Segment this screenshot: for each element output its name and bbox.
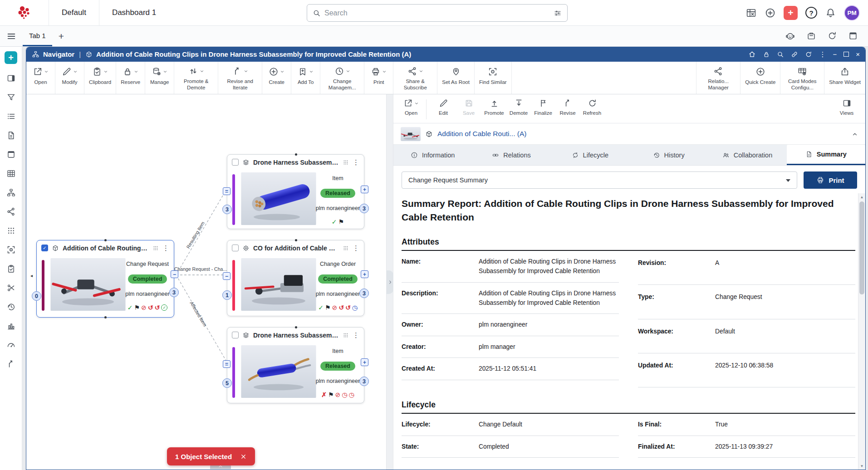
reserve-button[interactable]: Reserve xyxy=(116,62,145,94)
close-icon[interactable]: × xyxy=(856,51,860,58)
table-export-icon[interactable] xyxy=(745,7,757,19)
panel-splitter[interactable] xyxy=(386,94,393,470)
card-menu-kebab-icon[interactable] xyxy=(353,332,359,338)
home-icon[interactable] xyxy=(748,50,756,58)
quick-add-button[interactable] xyxy=(784,6,798,20)
related-count-badge[interactable]: 3 xyxy=(359,204,369,213)
print-report-button[interactable]: Print xyxy=(804,171,857,189)
related-count-badge[interactable]: 3 xyxy=(222,205,232,214)
report-scrollbar[interactable] xyxy=(858,193,865,470)
sidebar-target-icon[interactable] xyxy=(0,240,22,259)
hamburger-menu-icon[interactable] xyxy=(0,31,23,41)
sidebar-list-icon[interactable] xyxy=(0,107,22,126)
drag-grid-icon[interactable] xyxy=(152,245,159,251)
navigator-titlebar[interactable]: Navigator | Addition of Cable Routing Cl… xyxy=(26,47,865,62)
workspace-menu[interactable]: Default xyxy=(49,0,99,25)
archive-icon[interactable] xyxy=(806,31,816,41)
search-input[interactable] xyxy=(324,9,550,17)
item-promote-button[interactable]: Promote xyxy=(484,98,505,116)
search-filter-icon[interactable] xyxy=(554,9,562,17)
minimize-icon[interactable]: − xyxy=(833,51,837,58)
sidebar-filter-icon[interactable] xyxy=(0,88,22,107)
collapse-connector[interactable]: − xyxy=(223,272,230,280)
card-menu-kebab-icon[interactable] xyxy=(353,245,359,251)
related-count-badge[interactable]: 0 xyxy=(32,291,41,301)
sidebar-history-icon[interactable] xyxy=(0,297,22,316)
node-card-change-request-selected[interactable]: Addition of Cable Routing Clips i... (A)… xyxy=(36,240,174,318)
add-widget-button[interactable] xyxy=(5,51,17,64)
sidebar-table-icon[interactable] xyxy=(0,164,22,183)
collapse-header-icon[interactable] xyxy=(852,130,858,138)
sidebar-hierarchy-icon[interactable] xyxy=(0,183,22,202)
item-open-button[interactable]: Open xyxy=(401,98,422,116)
sidebar-nodes-icon[interactable] xyxy=(0,202,22,221)
report-type-select[interactable]: Change Request Summary xyxy=(402,171,797,189)
card-menu-kebab-icon[interactable] xyxy=(353,159,359,166)
sidebar-document-icon[interactable] xyxy=(0,126,22,145)
help-icon[interactable] xyxy=(805,7,817,19)
tab-lifecycle[interactable]: Lifecycle xyxy=(551,145,629,165)
global-search[interactable] xyxy=(307,4,568,22)
card-checkbox[interactable] xyxy=(232,245,239,251)
card-checkbox[interactable] xyxy=(232,332,239,338)
clipboard-button[interactable]: Clipboard xyxy=(84,62,116,94)
card-menu-kebab-icon[interactable] xyxy=(162,245,169,251)
related-count-badge[interactable]: 3 xyxy=(169,288,179,297)
window-icon[interactable] xyxy=(848,31,858,41)
print-button[interactable]: Print xyxy=(364,62,393,94)
drag-grid-icon[interactable] xyxy=(343,245,349,251)
drag-grid-icon[interactable] xyxy=(343,332,349,338)
collapse-connector[interactable]: = xyxy=(223,360,230,368)
sidebar-kanban-icon[interactable] xyxy=(0,221,22,240)
scroll-down-arrow[interactable] xyxy=(858,462,865,470)
item-title-link[interactable]: Addition of Cable Routi... (A) xyxy=(437,130,526,138)
card-modes-config-button[interactable]: Card Modes Configu... xyxy=(780,62,824,94)
sidebar-panel-icon[interactable] xyxy=(0,69,22,88)
expand-connector[interactable]: + xyxy=(361,358,368,366)
expand-connector[interactable]: + xyxy=(361,186,368,193)
collapse-connector[interactable]: = xyxy=(223,187,230,195)
collapse-panel-handle[interactable] xyxy=(387,270,393,294)
item-demote-button[interactable]: Demote xyxy=(508,98,529,116)
node-card-drone-harness-b[interactable]: Drone Harness Subassembly (B) Item Relea… xyxy=(227,154,364,229)
sidebar-gauge-icon[interactable] xyxy=(0,335,22,354)
revise-iterate-button[interactable]: Revise and Iterate xyxy=(218,62,262,94)
sidebar-clipboard-icon[interactable] xyxy=(0,259,22,278)
tab-summary[interactable]: Summary xyxy=(787,145,865,165)
add-tab-button[interactable]: + xyxy=(52,31,70,42)
scrollbar-thumb[interactable] xyxy=(859,201,864,294)
sidebar-flow-icon[interactable] xyxy=(0,354,22,373)
related-count-badge[interactable]: 1 xyxy=(222,290,232,300)
tab-information[interactable]: Information xyxy=(393,145,472,165)
toast-close-icon[interactable] xyxy=(240,453,247,460)
share-widget-button[interactable]: Share Widget xyxy=(824,62,865,94)
open-button[interactable]: Open xyxy=(26,62,55,94)
add-circle-icon[interactable] xyxy=(765,7,776,19)
assistant-robot-icon[interactable] xyxy=(785,31,795,41)
add-to-button[interactable]: Add To xyxy=(291,62,320,94)
sidebar-chart-icon[interactable] xyxy=(0,316,22,335)
item-revise-button[interactable]: Revise xyxy=(557,98,578,116)
set-as-root-button[interactable]: Set As Root xyxy=(437,62,475,94)
drag-grid-icon[interactable] xyxy=(343,159,349,166)
related-count-badge[interactable]: 5 xyxy=(222,378,232,388)
tab-relations[interactable]: Relations xyxy=(472,145,550,165)
card-checkbox-checked[interactable] xyxy=(41,245,48,251)
window-search-icon[interactable] xyxy=(777,51,784,58)
related-count-badge[interactable]: 3 xyxy=(359,289,369,298)
change-management-button[interactable]: Change Managem... xyxy=(320,62,364,94)
promote-demote-button[interactable]: Promote & Demote xyxy=(174,62,218,94)
sidebar-cut-icon[interactable] xyxy=(0,278,22,297)
share-subscribe-button[interactable]: Share & Subscribe xyxy=(393,62,437,94)
item-finalize-button[interactable]: Finalize xyxy=(533,98,554,116)
related-count-badge[interactable]: 3 xyxy=(359,377,369,386)
find-similar-button[interactable]: Find Similar xyxy=(475,62,512,94)
views-button[interactable]: Views xyxy=(836,98,857,116)
quick-create-button[interactable]: Quick Create xyxy=(740,62,780,94)
app-logo[interactable] xyxy=(0,0,49,25)
tab-tab1[interactable]: Tab 1 xyxy=(23,26,52,46)
scroll-up-arrow[interactable] xyxy=(858,193,865,201)
create-button[interactable]: Create xyxy=(262,62,291,94)
dashboard-title[interactable]: Dashboard 1 xyxy=(99,0,169,25)
sidebar-card-view-icon[interactable] xyxy=(0,145,22,164)
